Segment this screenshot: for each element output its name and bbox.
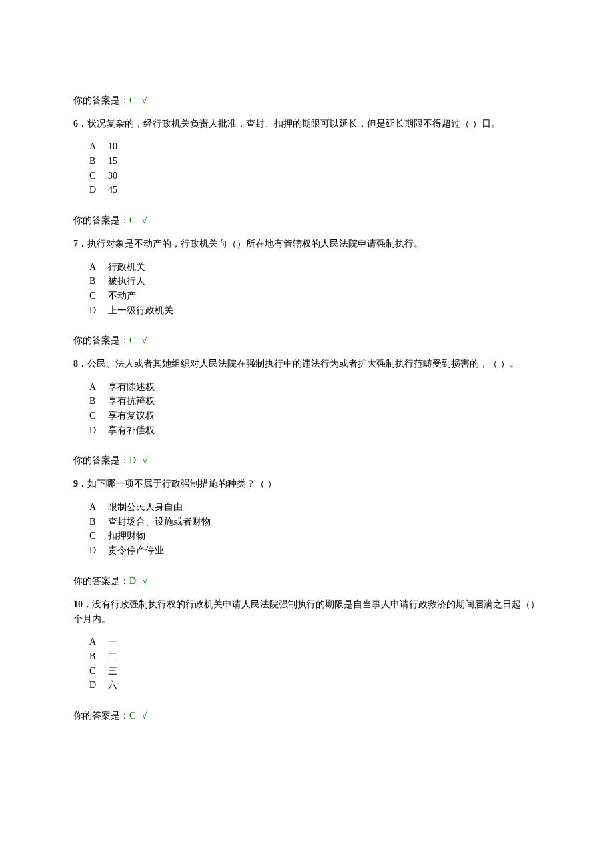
answer-line: 你的答案是：D √ (73, 453, 540, 467)
option-letter: B (89, 515, 108, 529)
check-mark-icon: √ (139, 215, 147, 225)
option-row: A10 (89, 139, 540, 154)
option-letter: B (89, 649, 108, 664)
question-number: 9． (73, 479, 87, 489)
options-list: A享有陈述权B享有抗辩权C享有复议权D享有补偿权 (73, 380, 540, 438)
option-row: C享有复议权 (89, 409, 540, 423)
option-letter: C (89, 169, 108, 183)
option-letter: A (89, 380, 108, 395)
check-mark-icon: √ (139, 95, 147, 105)
option-letter: A (89, 139, 108, 154)
option-letter: A (89, 260, 108, 275)
question-body: 公民、法人或者其她组织对人民法院在强制执行中的违法行为或者扩大强制执行范畴受到损… (87, 359, 519, 369)
option-text: 查封场合、设施或者财物 (108, 517, 211, 527)
answer-value: C (129, 711, 135, 721)
check-mark-icon: √ (140, 455, 147, 465)
option-text: 不动产 (108, 291, 136, 301)
option-text: 被执行人 (108, 276, 145, 286)
option-text: 六 (108, 680, 117, 690)
answer-line: 你的答案是：C √ (73, 709, 540, 723)
question-number: 6． (73, 119, 87, 129)
options-list: A一B二C三D六 (73, 635, 540, 693)
option-row: C扣押财物 (89, 529, 540, 543)
answer-label: 你的答案是： (73, 576, 129, 586)
check-mark-icon: √ (140, 576, 147, 586)
answer-label: 你的答案是： (73, 711, 129, 721)
option-text: 限制公民人身自由 (108, 502, 183, 512)
option-text: 45 (108, 185, 117, 195)
option-letter: C (89, 529, 108, 543)
option-text: 上一级行政机关 (108, 305, 173, 315)
option-row: C三 (89, 664, 540, 679)
question-number: 7． (73, 239, 87, 249)
option-letter: A (89, 635, 108, 649)
answer-line: 你的答案是：C √ (73, 333, 540, 347)
option-letter: C (89, 409, 108, 423)
question-text: 6．状况复杂的，经行政机关负责人批准，查封、扣押的期限可以延长，但是延长期限不得… (73, 117, 540, 131)
option-letter: D (89, 543, 108, 558)
answer-value: C (129, 215, 135, 225)
question-body: 没有行政强制执行权的行政机关申请人民法院强制执行的期限是自当事人申请行政救济的期… (73, 599, 540, 624)
option-row: A行政机关 (89, 260, 540, 275)
option-letter: D (89, 303, 108, 318)
option-text: 享有复议权 (108, 411, 155, 421)
option-text: 10 (108, 141, 117, 151)
option-letter: D (89, 423, 108, 438)
option-letter: B (89, 394, 108, 409)
option-row: C不动产 (89, 289, 540, 303)
option-text: 享有抗辩权 (108, 396, 155, 406)
option-letter: C (89, 289, 108, 303)
question-body: 如下哪一项不属于行政强制措施的种类？（ ） (87, 479, 277, 489)
option-text: 享有补偿权 (108, 425, 155, 435)
question-text: 7．执行对象是不动产的，行政机关向（）所在地有管辖权的人民法院申请强制执行。 (73, 237, 540, 251)
quiz-document: 你的答案是：C √6．状况复杂的，经行政机关负责人批准，查封、扣押的期限可以延长… (73, 93, 540, 723)
option-row: D享有补偿权 (89, 423, 540, 438)
option-letter: D (89, 183, 108, 197)
option-row: A限制公民人身自由 (89, 500, 540, 515)
option-row: B被执行人 (89, 274, 540, 289)
question-text: 10．没有行政强制执行权的行政机关申请人民法院强制执行的期限是自当事人申请行政救… (73, 597, 540, 627)
check-mark-icon: √ (139, 711, 147, 721)
options-list: A限制公民人身自由B查封场合、设施或者财物C扣押财物D责令停产停业 (73, 500, 540, 558)
option-row: D责令停产停业 (89, 543, 540, 558)
answer-line: 你的答案是：C √ (73, 93, 540, 107)
option-text: 行政机关 (108, 262, 145, 272)
answer-value: D (129, 576, 136, 586)
options-list: A10B15C30D45 (73, 139, 540, 197)
option-letter: A (89, 500, 108, 515)
option-row: B15 (89, 154, 540, 169)
check-mark-icon: √ (139, 335, 147, 345)
option-text: 三 (108, 666, 117, 676)
answer-label: 你的答案是： (73, 335, 129, 345)
option-text: 30 (108, 171, 117, 181)
option-row: C30 (89, 169, 540, 183)
answer-line: 你的答案是：D √ (73, 574, 540, 588)
option-letter: C (89, 664, 108, 679)
question-body: 执行对象是不动产的，行政机关向（）所在地有管辖权的人民法院申请强制执行。 (87, 239, 423, 249)
option-row: D45 (89, 183, 540, 197)
question-text: 9．如下哪一项不属于行政强制措施的种类？（ ） (73, 477, 540, 491)
option-row: B查封场合、设施或者财物 (89, 515, 540, 529)
option-row: A一 (89, 635, 540, 649)
option-text: 享有陈述权 (108, 382, 155, 392)
option-text: 15 (108, 156, 117, 166)
answer-label: 你的答案是： (73, 455, 129, 465)
option-text: 一 (108, 637, 117, 647)
option-row: B享有抗辩权 (89, 394, 540, 409)
question-body: 状况复杂的，经行政机关负责人批准，查封、扣押的期限可以延长，但是延长期限不得超过… (87, 119, 500, 129)
option-row: D上一级行政机关 (89, 303, 540, 318)
answer-value: C (129, 335, 135, 345)
option-row: A享有陈述权 (89, 380, 540, 395)
question-number: 8． (73, 359, 87, 369)
answer-label: 你的答案是： (73, 95, 129, 105)
option-letter: D (89, 678, 108, 693)
question-number: 10． (73, 599, 92, 609)
answer-label: 你的答案是： (73, 215, 129, 225)
answer-value: D (129, 455, 136, 465)
option-text: 二 (108, 651, 117, 661)
option-letter: B (89, 154, 108, 169)
options-list: A行政机关B被执行人C不动产D上一级行政机关 (73, 260, 540, 318)
option-text: 扣押财物 (108, 531, 145, 541)
option-letter: B (89, 274, 108, 289)
answer-line: 你的答案是：C √ (73, 213, 540, 227)
